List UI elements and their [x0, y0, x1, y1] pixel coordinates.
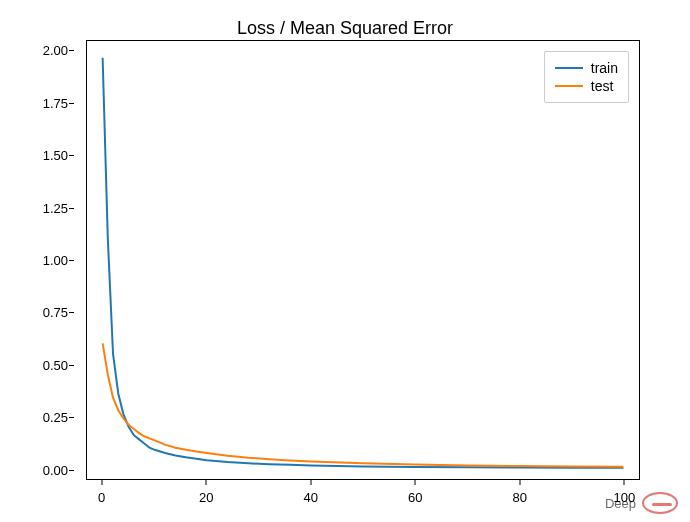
watermark-logo-icon [642, 492, 678, 514]
x-tick-mark [310, 480, 311, 485]
x-axis-ticks: 020406080100 [86, 480, 640, 510]
series-line-test [103, 343, 624, 466]
y-tick-mark [69, 365, 74, 366]
y-tick-label: 1.75 [43, 95, 68, 110]
y-tick-mark [69, 312, 74, 313]
plot-area: traintest [86, 40, 640, 480]
legend-label: train [591, 60, 618, 76]
x-tick-mark [519, 480, 520, 485]
x-tick-label: 20 [199, 490, 213, 505]
legend-swatch [555, 85, 583, 87]
watermark: Deep DeepHub中文网 [605, 492, 678, 514]
legend-swatch [555, 67, 583, 69]
y-tick-mark [69, 155, 74, 156]
plot-svg [87, 41, 639, 479]
x-tick-mark [101, 480, 102, 485]
y-tick-mark [69, 260, 74, 261]
chart-title: Loss / Mean Squared Error [0, 18, 690, 39]
y-tick-label: 0.25 [43, 410, 68, 425]
legend: traintest [544, 51, 629, 103]
y-tick-mark [69, 470, 74, 471]
y-tick-label: 0.00 [43, 462, 68, 477]
y-tick-label: 0.75 [43, 305, 68, 320]
x-tick-label: 60 [408, 490, 422, 505]
x-tick-mark [624, 480, 625, 485]
y-tick-mark [69, 103, 74, 104]
y-tick-label: 1.25 [43, 200, 68, 215]
y-tick-label: 1.00 [43, 253, 68, 268]
y-tick-mark [69, 50, 74, 51]
legend-label: test [591, 78, 614, 94]
y-tick-mark [69, 417, 74, 418]
series-line-train [103, 58, 624, 468]
x-tick-mark [206, 480, 207, 485]
y-axis-ticks: 0.000.250.500.751.001.251.501.752.00 [0, 40, 80, 480]
legend-item-train: train [555, 60, 618, 76]
x-tick-label: 0 [98, 490, 105, 505]
y-tick-mark [69, 208, 74, 209]
y-tick-label: 1.50 [43, 148, 68, 163]
x-tick-label: 80 [513, 490, 527, 505]
x-tick-label: 40 [304, 490, 318, 505]
y-tick-label: 2.00 [43, 43, 68, 58]
figure: Loss / Mean Squared Error 0.000.250.500.… [0, 0, 690, 522]
y-tick-label: 0.50 [43, 357, 68, 372]
legend-item-test: test [555, 78, 618, 94]
watermark-text-prefix: Deep [605, 496, 636, 511]
x-tick-mark [415, 480, 416, 485]
